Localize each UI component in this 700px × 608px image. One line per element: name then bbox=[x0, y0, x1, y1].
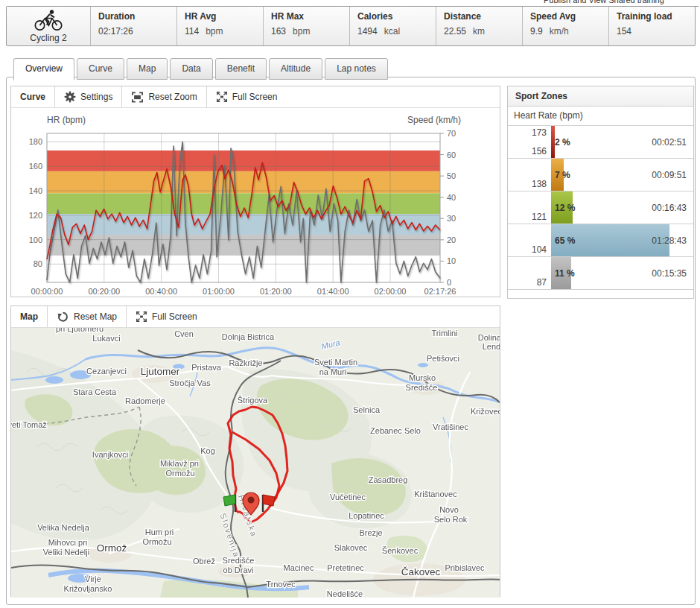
sport-zones-panel: Sport Zones Heart Rate (bpm) 1731562 %00… bbox=[507, 86, 694, 299]
tab-altitude[interactable]: Altitude bbox=[269, 58, 322, 80]
stat-label: Speed Avg bbox=[530, 11, 601, 22]
map-label-virje: Virje bbox=[85, 574, 101, 583]
settings-button[interactable]: Settings bbox=[54, 86, 121, 107]
stat-unit: km bbox=[473, 26, 485, 37]
tab-overview[interactable]: Overview bbox=[13, 58, 74, 80]
svg-text:60: 60 bbox=[447, 151, 456, 159]
svg-text:50: 50 bbox=[447, 171, 456, 180]
hr-speed-chart[interactable]: 8010012014016018000:00:0000:20:0000:40:0… bbox=[11, 108, 500, 298]
hr-zone-row-5: 8711 %00:15:35 bbox=[508, 257, 693, 290]
svg-text:180: 180 bbox=[29, 137, 42, 146]
map-label-sveti-martin: Sveti Martin bbox=[314, 358, 357, 367]
map-label-pristava: Pristava bbox=[191, 363, 222, 372]
curve-full-screen-button[interactable]: Full Screen bbox=[206, 86, 287, 107]
reset-zoom-icon bbox=[131, 92, 144, 103]
svg-text:01:20:00: 01:20:00 bbox=[260, 287, 292, 296]
zone-percent: 12 % bbox=[555, 203, 575, 213]
stat-label: Training load bbox=[617, 11, 687, 22]
reset-zoom-button-label: Reset Zoom bbox=[148, 92, 197, 102]
svg-text:00:00:00: 00:00:00 bbox=[31, 287, 63, 296]
stat-value: 163bpm bbox=[271, 26, 342, 37]
map-label-zebanec-selo: Zebanec Selo bbox=[370, 426, 421, 435]
zone-lower-bound: 87 bbox=[508, 277, 547, 288]
map-label-vu-etinec: Vučetinec bbox=[330, 493, 366, 501]
stat-hr-max: HR Max163bpm bbox=[263, 7, 349, 45]
stat-speed-avg: Speed Avg9.9km/h bbox=[522, 7, 608, 45]
stat-unit: kcal bbox=[384, 26, 400, 37]
route-map[interactable]: pri LjutomeruLukavciCvenDolnja BistricaM… bbox=[11, 328, 500, 598]
hr-zone-row-4: 10465 %01:28:43 bbox=[508, 224, 693, 257]
svg-text:120: 120 bbox=[29, 211, 42, 220]
svg-text:160: 160 bbox=[29, 162, 42, 171]
stat-unit: bpm bbox=[206, 26, 223, 37]
zone-time: 00:09:51 bbox=[652, 170, 687, 180]
zone-percent: 11 % bbox=[555, 268, 575, 279]
stat-value: 114bpm bbox=[185, 26, 255, 37]
full-screen-icon bbox=[136, 311, 147, 323]
tab-bar: OverviewCurveMapDataBenefitAltitudeLap n… bbox=[13, 58, 388, 80]
stat-value: 154 bbox=[617, 26, 687, 37]
map-full-screen-button[interactable]: Full Screen bbox=[126, 306, 206, 327]
sport-zones-title: Sport Zones bbox=[508, 86, 693, 107]
tab-curve[interactable]: Curve bbox=[77, 58, 124, 80]
map-label-ormo-u: Ormožu bbox=[165, 469, 194, 478]
map-full-screen-label: Full Screen bbox=[152, 311, 197, 322]
map-label-ljutomer: Ljutomer bbox=[141, 366, 180, 377]
map-label--enkovec: Šenkovec bbox=[382, 546, 419, 555]
svg-text:Speed (km/h): Speed (km/h) bbox=[407, 115, 461, 125]
stat-unit: km/h bbox=[550, 26, 569, 37]
map-label-veliki-nedelji: Veliki Nedelji bbox=[43, 548, 89, 557]
map-label-macinec: Macinec bbox=[284, 563, 314, 572]
stat-duration: Duration02:17:26 bbox=[90, 7, 176, 45]
map-label-cezanjevci: Cezanjevci bbox=[86, 367, 127, 376]
hr-zone-row-2: 1387 %00:09:51 bbox=[508, 159, 693, 191]
zone-percent: 65 % bbox=[555, 235, 575, 246]
map-label--trigova: Štrigova bbox=[238, 396, 268, 405]
tab-benefit[interactable]: Benefit bbox=[215, 58, 267, 80]
stat-label: Duration bbox=[98, 11, 169, 22]
sport-cell: Cycling 2 bbox=[7, 7, 90, 45]
settings-button-label: Settings bbox=[80, 92, 112, 102]
reset-map-icon bbox=[57, 311, 69, 323]
reset-zoom-button[interactable]: Reset Zoom bbox=[121, 86, 206, 107]
stat-label: HR Max bbox=[271, 11, 342, 22]
map-label-ormo-u: Ormožu bbox=[142, 537, 171, 546]
svg-text:00:40:00: 00:40:00 bbox=[145, 287, 177, 296]
map-label-sveti-toma-: Sveti Tomaž bbox=[11, 420, 47, 429]
map-label-ormo-: Ormož bbox=[97, 542, 127, 554]
curve-panel: Curve bbox=[10, 86, 500, 297]
map-label-radomerje: Radomerje bbox=[125, 396, 165, 405]
stat-value: 9.9km/h bbox=[530, 26, 601, 37]
reset-map-button-label: Reset Map bbox=[74, 311, 117, 322]
zone-time: 01:28:43 bbox=[652, 235, 687, 246]
svg-text:00:20:00: 00:20:00 bbox=[88, 287, 120, 296]
zone-lower-bound: 121 bbox=[508, 212, 547, 222]
stat-value: 1494kcal bbox=[357, 26, 428, 37]
map-label-pretetinec: Pretetinec bbox=[327, 563, 364, 572]
hr-zone-row-1: 1731562 %00:02:51 bbox=[508, 126, 693, 159]
cycling-icon bbox=[34, 9, 63, 34]
overview-tab-content: Curve bbox=[6, 77, 696, 605]
map-label-velika-nedelja: Velika Nedelja bbox=[37, 523, 90, 532]
svg-text:40: 40 bbox=[447, 193, 456, 202]
svg-text:70: 70 bbox=[447, 129, 456, 138]
tab-map[interactable]: Map bbox=[127, 58, 168, 80]
map-label-nedeli-e: Nedelišće bbox=[327, 589, 363, 598]
map-label-lukavci: Lukavci bbox=[92, 334, 120, 343]
map-label-miklav-pri: Miklavž pri bbox=[160, 459, 199, 468]
reset-map-button[interactable]: Reset Map bbox=[47, 306, 126, 327]
map-label-cven: Cven bbox=[174, 329, 194, 338]
tab-lap-notes[interactable]: Lap notes bbox=[325, 58, 388, 80]
zone-lower-bound: 156 bbox=[508, 146, 547, 156]
map-label-stara-cesta: Stara Cesta bbox=[73, 387, 117, 396]
svg-text:0: 0 bbox=[447, 278, 451, 287]
sport-zones-subtitle: Heart Rate (bpm) bbox=[508, 107, 693, 126]
stat-label: Distance bbox=[444, 11, 515, 22]
map-label-sredi-e: Središče bbox=[406, 383, 438, 392]
map-label-trnovec: Trnovec bbox=[266, 580, 296, 589]
map-label-dolina-pri: Dolina pri bbox=[478, 333, 500, 342]
tab-data[interactable]: Data bbox=[170, 58, 212, 80]
map-label-selnica: Selnica bbox=[353, 405, 381, 414]
stat-training-load: Training load154 bbox=[608, 7, 695, 45]
map-label-mursko: Mursko bbox=[409, 373, 436, 382]
